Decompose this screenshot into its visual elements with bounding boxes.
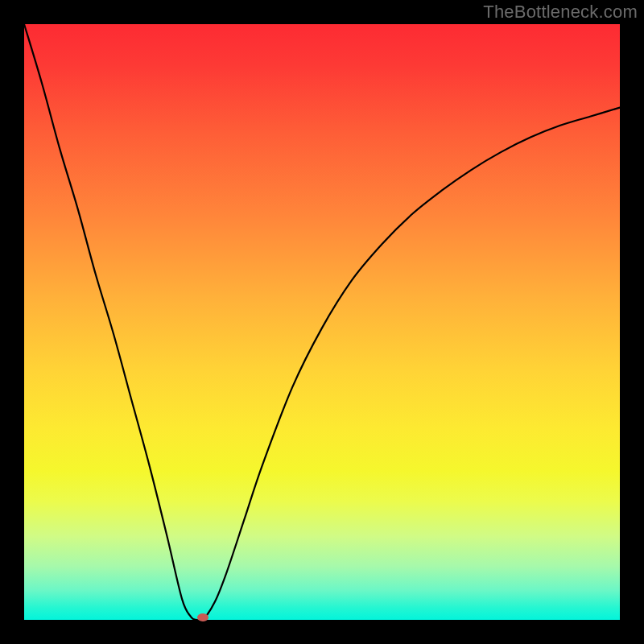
min-marker	[197, 613, 208, 621]
watermark-text: TheBottleneck.com	[483, 2, 638, 23]
chart-frame: TheBottleneck.com	[0, 0, 644, 644]
plot-area	[24, 24, 620, 620]
bottleneck-curve	[24, 24, 620, 621]
curve-svg	[24, 24, 620, 620]
